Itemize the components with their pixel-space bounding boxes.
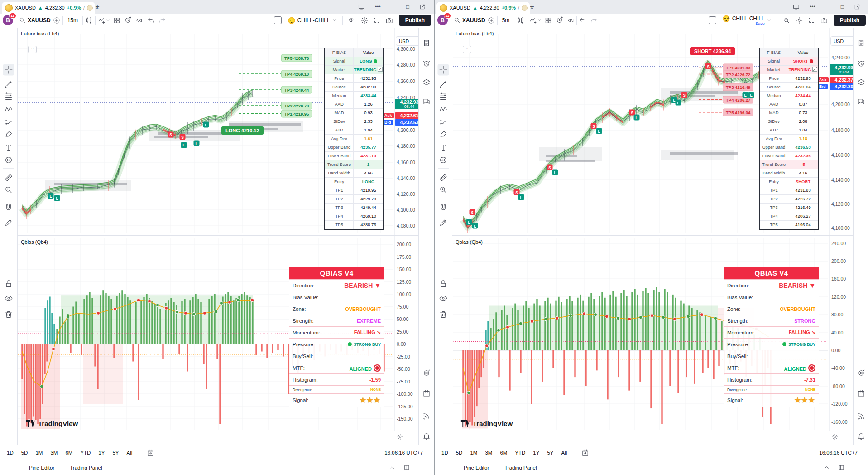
publish-button[interactable]: Publish bbox=[834, 15, 866, 26]
bell-icon[interactable] bbox=[857, 432, 865, 440]
ruler-icon[interactable] bbox=[5, 174, 13, 182]
plus-circle-icon[interactable] bbox=[53, 17, 60, 24]
trend-line-icon[interactable] bbox=[439, 80, 448, 88]
range-button-1d[interactable]: 1D bbox=[7, 450, 14, 456]
panel-max-icon[interactable] bbox=[838, 464, 845, 471]
rss-icon[interactable] bbox=[422, 412, 431, 420]
indicators-icon[interactable] bbox=[98, 16, 106, 24]
details-icon[interactable] bbox=[857, 39, 865, 47]
user-avatar[interactable]: B11 bbox=[437, 15, 448, 25]
replay-icon[interactable] bbox=[135, 17, 143, 24]
layers-icon[interactable] bbox=[857, 78, 865, 87]
range-button-1m[interactable]: 1M bbox=[35, 450, 43, 456]
eye-icon[interactable] bbox=[5, 294, 13, 303]
cast-icon[interactable] bbox=[358, 4, 365, 10]
brush-icon[interactable] bbox=[5, 130, 13, 139]
layout-menu-button[interactable]: 😌CHILL-CHILLSave bbox=[720, 15, 774, 26]
status-tab-trading-panel[interactable]: Trading Panel bbox=[70, 465, 102, 470]
gear-icon[interactable] bbox=[361, 17, 368, 24]
more-icon[interactable]: ••• bbox=[375, 4, 381, 10]
indicators-icon[interactable] bbox=[529, 16, 537, 24]
goto-date-icon[interactable] bbox=[581, 449, 589, 456]
popout-icon[interactable] bbox=[854, 4, 860, 10]
range-button-1y[interactable]: 1Y bbox=[533, 450, 539, 456]
alert-clock-icon[interactable] bbox=[124, 16, 132, 24]
zoom-in-icon[interactable] bbox=[439, 186, 448, 194]
alarm-icon[interactable] bbox=[422, 59, 431, 68]
chev-icon[interactable] bbox=[537, 18, 542, 23]
ruler-icon[interactable] bbox=[439, 174, 448, 182]
hotlist-icon[interactable] bbox=[857, 369, 865, 377]
gear-icon[interactable] bbox=[832, 434, 838, 440]
range-button-5y[interactable]: 5Y bbox=[547, 450, 553, 456]
camera-icon[interactable] bbox=[386, 17, 393, 24]
redo-icon[interactable] bbox=[158, 17, 166, 24]
brush-icon[interactable] bbox=[439, 130, 448, 139]
popout-icon[interactable] bbox=[419, 4, 426, 10]
new-tab-button[interactable]: + bbox=[92, 2, 102, 12]
layers-icon[interactable] bbox=[422, 78, 431, 87]
range-button-5d[interactable]: 5D bbox=[456, 450, 463, 456]
rss-icon[interactable] bbox=[857, 412, 865, 420]
zoom-in-icon[interactable] bbox=[5, 186, 13, 194]
range-button-5d[interactable]: 5D bbox=[21, 450, 28, 456]
pane-collapse-button[interactable]: ⌃ bbox=[463, 46, 471, 53]
gear-icon[interactable] bbox=[796, 17, 803, 24]
emoji-icon[interactable] bbox=[439, 156, 448, 165]
interval-button[interactable]: 15m bbox=[65, 15, 80, 26]
pattern-icon[interactable] bbox=[5, 105, 13, 114]
pane-collapse-button[interactable]: ⌃ bbox=[28, 46, 37, 53]
range-button-6m[interactable]: 6M bbox=[500, 450, 507, 456]
range-button-3m[interactable]: 3M bbox=[485, 450, 492, 456]
grid-icon[interactable] bbox=[113, 17, 120, 24]
trash-icon[interactable] bbox=[5, 310, 13, 319]
panel-max-icon[interactable] bbox=[403, 464, 410, 471]
alarm-icon[interactable] bbox=[857, 59, 865, 68]
range-button-all[interactable]: All bbox=[127, 450, 133, 456]
chev-icon[interactable] bbox=[106, 18, 110, 23]
trend-line-icon[interactable] bbox=[5, 80, 13, 88]
range-button-3m[interactable]: 3M bbox=[50, 450, 58, 456]
fib-icon[interactable] bbox=[5, 92, 13, 101]
pattern-icon[interactable] bbox=[439, 105, 448, 114]
gear-icon[interactable] bbox=[397, 434, 403, 440]
maximize-icon[interactable]: □ bbox=[841, 4, 844, 10]
range-button-1y[interactable]: 1Y bbox=[98, 450, 105, 456]
crosshair-icon[interactable] bbox=[438, 64, 449, 76]
browser-tab[interactable]: XAUUSD▲4,232.30+0.9%/× bbox=[436, 2, 530, 14]
range-button-1m[interactable]: 1M bbox=[470, 450, 477, 456]
range-button-ytd[interactable]: YTD bbox=[515, 450, 525, 456]
undo-icon[interactable] bbox=[148, 17, 155, 24]
candles-icon[interactable] bbox=[85, 16, 93, 24]
status-tab-pine-editor[interactable]: Pine Editor bbox=[29, 465, 54, 470]
forecast-icon[interactable] bbox=[439, 118, 448, 126]
status-tab-pine-editor[interactable]: Pine Editor bbox=[464, 465, 489, 470]
plus-circle-icon[interactable] bbox=[488, 17, 495, 24]
user-avatar[interactable]: B11 bbox=[3, 15, 13, 25]
fullscreen-icon[interactable] bbox=[808, 17, 815, 24]
cast-icon[interactable] bbox=[793, 4, 800, 10]
fib-icon[interactable] bbox=[439, 92, 448, 101]
layout-checkbox[interactable] bbox=[274, 16, 282, 24]
minimize-icon[interactable]: — bbox=[825, 4, 831, 10]
calendar-icon[interactable] bbox=[857, 389, 865, 397]
range-button-all[interactable]: All bbox=[561, 450, 567, 456]
time-axis[interactable] bbox=[435, 431, 854, 445]
more-icon[interactable]: ••• bbox=[810, 4, 815, 10]
magnet-icon[interactable] bbox=[439, 204, 448, 213]
lock-icon[interactable] bbox=[439, 280, 448, 288]
trash-icon[interactable] bbox=[439, 310, 448, 319]
grid-icon[interactable] bbox=[545, 17, 552, 24]
magic-icon[interactable] bbox=[783, 17, 790, 24]
chevron-up-icon[interactable] bbox=[823, 464, 830, 471]
fullscreen-icon[interactable] bbox=[374, 17, 380, 24]
emoji-icon[interactable] bbox=[5, 156, 13, 165]
browser-tab[interactable]: XAUUSD▲4,232.30+0.9%/× bbox=[2, 2, 95, 14]
magic-icon[interactable] bbox=[348, 17, 355, 24]
forecast-icon[interactable] bbox=[5, 118, 13, 126]
bell-icon[interactable] bbox=[422, 432, 431, 440]
chevron-up-icon[interactable] bbox=[388, 464, 395, 471]
range-button-5y[interactable]: 5Y bbox=[112, 450, 119, 456]
replay-icon[interactable] bbox=[567, 17, 574, 24]
lock-icon[interactable] bbox=[5, 280, 13, 288]
